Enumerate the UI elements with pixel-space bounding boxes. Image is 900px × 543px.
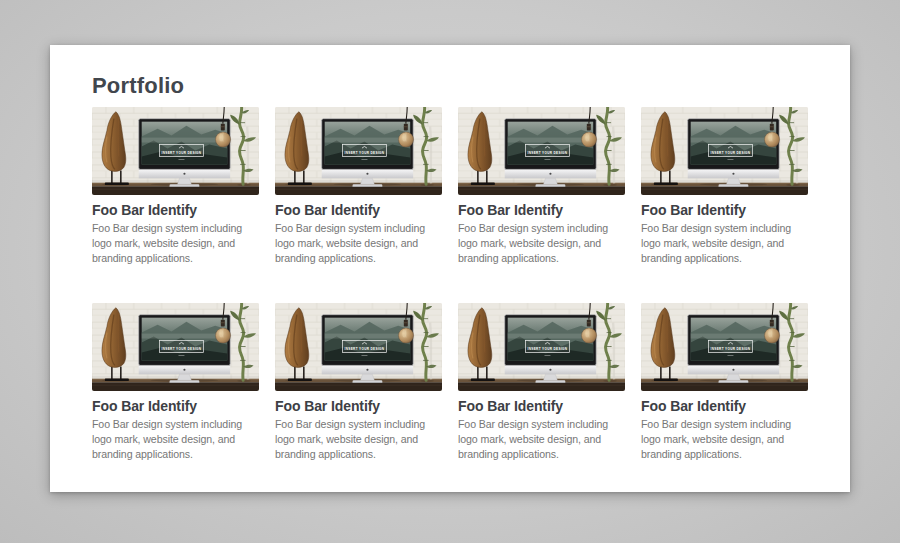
imac: INSERT YOUR DESIGN bbox=[688, 315, 779, 383]
screen-label: INSERT YOUR DESIGN bbox=[711, 347, 751, 351]
imac-desk-mockup-image: INSERT YOUR DESIGN bbox=[275, 107, 442, 195]
portfolio-item-title: Foo Bar Identify bbox=[92, 399, 259, 414]
portfolio-item-description: Foo Bar design system including logo mar… bbox=[275, 417, 442, 462]
portfolio-thumbnail[interactable]: INSERT YOUR DESIGN bbox=[275, 107, 442, 195]
portfolio-thumbnail[interactable]: INSERT YOUR DESIGN bbox=[641, 107, 808, 195]
portfolio-card: Portfolio bbox=[50, 45, 850, 492]
imac-screen: INSERT YOUR DESIGN bbox=[142, 318, 227, 361]
screen-label: INSERT YOUR DESIGN bbox=[528, 151, 568, 155]
apple-logo-icon bbox=[732, 173, 734, 175]
imac-screen: INSERT YOUR DESIGN bbox=[325, 318, 410, 361]
portfolio-item-description: Foo Bar design system including logo mar… bbox=[641, 417, 808, 462]
portfolio-item-description: Foo Bar design system including logo mar… bbox=[458, 221, 625, 266]
portfolio-item-description: Foo Bar design system including logo mar… bbox=[92, 417, 259, 462]
portfolio-item: INSERT YOUR DESIGN bbox=[275, 107, 442, 266]
imac-desk-mockup-image: INSERT YOUR DESIGN bbox=[458, 303, 625, 391]
imac-desk-mockup-image: INSERT YOUR DESIGN bbox=[92, 107, 259, 195]
imac-screen: INSERT YOUR DESIGN bbox=[508, 122, 593, 165]
imac-desk-mockup-image: INSERT YOUR DESIGN bbox=[275, 303, 442, 391]
imac-stand bbox=[726, 178, 740, 184]
imac-stand bbox=[177, 178, 191, 184]
portfolio-grid: INSERT YOUR DESIGN bbox=[92, 107, 808, 462]
imac-stand bbox=[726, 374, 740, 380]
portfolio-item-title: Foo Bar Identify bbox=[275, 203, 442, 218]
imac-screen: INSERT YOUR DESIGN bbox=[142, 122, 227, 165]
portfolio-thumbnail[interactable]: INSERT YOUR DESIGN bbox=[458, 303, 625, 391]
imac-screen: INSERT YOUR DESIGN bbox=[691, 318, 776, 361]
portfolio-item-description: Foo Bar design system including logo mar… bbox=[275, 221, 442, 266]
portfolio-item: INSERT YOUR DESIGN bbox=[641, 303, 808, 462]
imac-stand bbox=[177, 374, 191, 380]
apple-logo-icon bbox=[183, 369, 185, 371]
screen-label: INSERT YOUR DESIGN bbox=[528, 347, 568, 351]
imac-screen: INSERT YOUR DESIGN bbox=[508, 318, 593, 361]
screen-label: INSERT YOUR DESIGN bbox=[162, 151, 202, 155]
portfolio-thumbnail[interactable]: INSERT YOUR DESIGN bbox=[275, 303, 442, 391]
apple-logo-icon bbox=[183, 173, 185, 175]
imac-desk-mockup-image: INSERT YOUR DESIGN bbox=[641, 303, 808, 391]
apple-logo-icon bbox=[549, 173, 551, 175]
portfolio-item: INSERT YOUR DESIGN bbox=[92, 107, 259, 266]
screen-label: INSERT YOUR DESIGN bbox=[345, 151, 385, 155]
imac-stand bbox=[360, 178, 374, 184]
portfolio-item-description: Foo Bar design system including logo mar… bbox=[641, 221, 808, 266]
portfolio-item-title: Foo Bar Identify bbox=[458, 399, 625, 414]
portfolio-thumbnail[interactable]: INSERT YOUR DESIGN bbox=[458, 107, 625, 195]
imac: INSERT YOUR DESIGN bbox=[505, 119, 596, 187]
screen-label: INSERT YOUR DESIGN bbox=[345, 347, 385, 351]
portfolio-item-description: Foo Bar design system including logo mar… bbox=[92, 221, 259, 266]
imac: INSERT YOUR DESIGN bbox=[322, 315, 413, 383]
imac-stand bbox=[360, 374, 374, 380]
portfolio-item-title: Foo Bar Identify bbox=[275, 399, 442, 414]
portfolio-item-title: Foo Bar Identify bbox=[641, 399, 808, 414]
imac: INSERT YOUR DESIGN bbox=[139, 315, 230, 383]
portfolio-item-title: Foo Bar Identify bbox=[641, 203, 808, 218]
imac: INSERT YOUR DESIGN bbox=[139, 119, 230, 187]
screen-label: INSERT YOUR DESIGN bbox=[711, 151, 751, 155]
portfolio-item-title: Foo Bar Identify bbox=[458, 203, 625, 218]
portfolio-item-title: Foo Bar Identify bbox=[92, 203, 259, 218]
apple-logo-icon bbox=[366, 173, 368, 175]
imac-stand bbox=[543, 178, 557, 184]
imac-screen: INSERT YOUR DESIGN bbox=[691, 122, 776, 165]
imac-screen: INSERT YOUR DESIGN bbox=[325, 122, 410, 165]
page-background: { "page": { "heading": "Portfolio" }, "c… bbox=[0, 0, 900, 543]
imac-desk-mockup-image: INSERT YOUR DESIGN bbox=[458, 107, 625, 195]
apple-logo-icon bbox=[366, 369, 368, 371]
imac: INSERT YOUR DESIGN bbox=[505, 315, 596, 383]
page-title: Portfolio bbox=[92, 73, 808, 98]
portfolio-thumbnail[interactable]: INSERT YOUR DESIGN bbox=[641, 303, 808, 391]
portfolio-item: INSERT YOUR DESIGN bbox=[641, 107, 808, 266]
portfolio-item: INSERT YOUR DESIGN bbox=[458, 107, 625, 266]
screen-label: INSERT YOUR DESIGN bbox=[162, 347, 202, 351]
portfolio-thumbnail[interactable]: INSERT YOUR DESIGN bbox=[92, 303, 259, 391]
imac-desk-mockup-image: INSERT YOUR DESIGN bbox=[92, 303, 259, 391]
portfolio-item: INSERT YOUR DESIGN bbox=[92, 303, 259, 462]
imac: INSERT YOUR DESIGN bbox=[688, 119, 779, 187]
apple-logo-icon bbox=[549, 369, 551, 371]
imac-stand bbox=[543, 374, 557, 380]
portfolio-thumbnail[interactable]: INSERT YOUR DESIGN bbox=[92, 107, 259, 195]
imac: INSERT YOUR DESIGN bbox=[322, 119, 413, 187]
portfolio-item-description: Foo Bar design system including logo mar… bbox=[458, 417, 625, 462]
apple-logo-icon bbox=[732, 369, 734, 371]
portfolio-item: INSERT YOUR DESIGN bbox=[275, 303, 442, 462]
imac-desk-mockup-image: INSERT YOUR DESIGN bbox=[641, 107, 808, 195]
portfolio-item: INSERT YOUR DESIGN bbox=[458, 303, 625, 462]
